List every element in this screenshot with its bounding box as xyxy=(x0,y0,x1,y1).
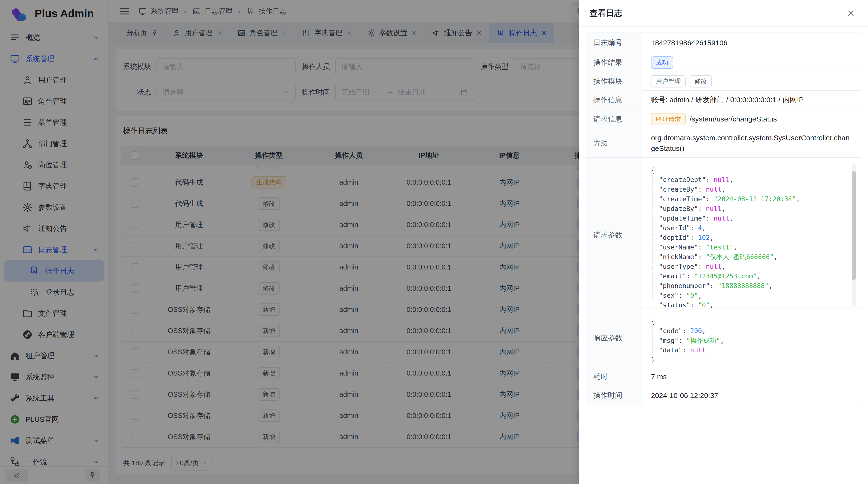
code-line: "status": "0", xyxy=(651,300,857,310)
indent-guide xyxy=(652,326,653,355)
code-line: "email": "12345@1253.com", xyxy=(651,271,857,281)
drawer-row-操作模块: 操作模块用户管理修改 xyxy=(586,72,862,90)
code-line: "updateTime": null, xyxy=(651,214,857,223)
drawer-row-value: 1842781986426159106 xyxy=(642,33,862,53)
drawer-value-text: /system/user/changeStatus xyxy=(689,115,777,123)
drawer-row-label: 操作信息 xyxy=(586,91,642,109)
drawer-row-value: { "code": 200, "msg": "操作成功", "data": nu… xyxy=(642,309,862,367)
drawer-row-value: 用户管理修改 xyxy=(642,72,862,91)
drawer-row-value: 2024-10-06 12:20:37 xyxy=(642,386,862,405)
indent-guide xyxy=(652,175,653,300)
close-icon[interactable] xyxy=(846,9,856,18)
drawer-row-请求参数: 请求参数{ "createDept": null, "createBy": nu… xyxy=(586,157,862,309)
drawer-row-label: 操作时间 xyxy=(586,386,642,405)
drawer-row-label: 响应参数 xyxy=(586,309,642,367)
drawer-row-响应参数: 响应参数{ "code": 200, "msg": "操作成功", "data"… xyxy=(586,309,862,367)
code-line: "sex": "0", xyxy=(651,291,857,300)
drawer-body: 日志编号1842781986426159106操作结果成功操作模块用户管理修改操… xyxy=(579,27,868,405)
drawer-row-label: 日志编号 xyxy=(586,33,642,53)
drawer-value-text: 2024-10-06 12:20:37 xyxy=(651,391,718,400)
drawer-row-value: { "createDept": null, "createBy": null, … xyxy=(642,158,862,312)
code-line: { xyxy=(651,317,857,326)
drawer-value-text: org.dromara.system.controller.system.Sys… xyxy=(651,133,853,154)
drawer-row-请求信息: 请求信息PUT请求/system/user/changeStatus xyxy=(586,109,862,129)
json-code-block: { "code": 200, "msg": "操作成功", "data": nu… xyxy=(651,312,857,365)
drawer-value-tag: 用户管理 xyxy=(651,75,686,88)
code-line: { xyxy=(651,165,857,175)
code-line: "nickName": "仅本人 密码666666", xyxy=(651,252,857,262)
drawer-header: 查看日志 xyxy=(579,0,868,27)
drawer-value-tag: PUT请求 xyxy=(651,113,686,125)
drawer-row-value: PUT请求/system/user/changeStatus xyxy=(642,109,862,129)
view-log-drawer: 查看日志 日志编号1842781986426159106操作结果成功操作模块用户… xyxy=(579,0,868,484)
code-line: "userId": 4, xyxy=(651,223,857,233)
scrollbar-thumb[interactable] xyxy=(852,171,856,280)
code-line: "createTime": "2024-08-12 17:20:34", xyxy=(651,194,857,204)
drawer-value-text: 7 ms xyxy=(651,373,667,381)
drawer-row-value: 7 ms xyxy=(642,367,862,386)
drawer-value-tag: 成功 xyxy=(651,56,673,69)
drawer-row-label: 操作模块 xyxy=(586,72,642,91)
code-line: } xyxy=(651,355,857,365)
drawer-value-tag: 修改 xyxy=(689,75,712,88)
drawer-row-操作信息: 操作信息账号: admin / 研发部门 / 0:0:0:0:0:0:0:1 /… xyxy=(586,90,862,109)
code-line: "createBy": null, xyxy=(651,185,857,194)
code-line: "userType": null, xyxy=(651,262,857,271)
drawer-row-方法: 方法org.dromara.system.controller.system.S… xyxy=(586,129,862,157)
drawer-row-value: org.dromara.system.controller.system.Sys… xyxy=(642,129,862,157)
drawer-row-日志编号: 日志编号1842781986426159106 xyxy=(586,33,862,53)
drawer-row-label: 请求信息 xyxy=(586,109,642,129)
drawer-row-value: 成功 xyxy=(642,53,862,72)
json-code-block: { "createDept": null, "createBy": null, … xyxy=(651,161,857,310)
drawer-row-value: 账号: admin / 研发部门 / 0:0:0:0:0:0:0:1 / 内网I… xyxy=(642,91,862,109)
drawer-row-label: 请求参数 xyxy=(586,158,642,312)
drawer-row-label: 方法 xyxy=(586,129,642,157)
code-line: "createDept": null, xyxy=(651,175,857,185)
code-line: "deptId": 102, xyxy=(651,233,857,243)
code-line: "userName": "test1", xyxy=(651,243,857,252)
code-line: "phonenumber": "18888888888", xyxy=(651,281,857,291)
drawer-row-label: 耗时 xyxy=(586,367,642,386)
drawer-row-耗时: 耗时7 ms xyxy=(586,367,862,386)
drawer-title: 查看日志 xyxy=(590,8,622,19)
drawer-row-操作结果: 操作结果成功 xyxy=(586,53,862,72)
code-line: "code": 200, xyxy=(651,326,857,336)
code-line: "data": null xyxy=(651,346,857,355)
drawer-row-操作时间: 操作时间2024-10-06 12:20:37 xyxy=(586,386,862,405)
drawer-row-label: 操作结果 xyxy=(586,53,642,72)
code-line: "updateBy": null, xyxy=(651,204,857,214)
drawer-value-text: 账号: admin / 研发部门 / 0:0:0:0:0:0:0:1 / 内网I… xyxy=(651,95,804,105)
drawer-value-text: 1842781986426159106 xyxy=(651,39,727,47)
code-line: "msg": "操作成功", xyxy=(651,336,857,346)
drawer-rows: 日志编号1842781986426159106操作结果成功操作模块用户管理修改操… xyxy=(586,33,862,405)
